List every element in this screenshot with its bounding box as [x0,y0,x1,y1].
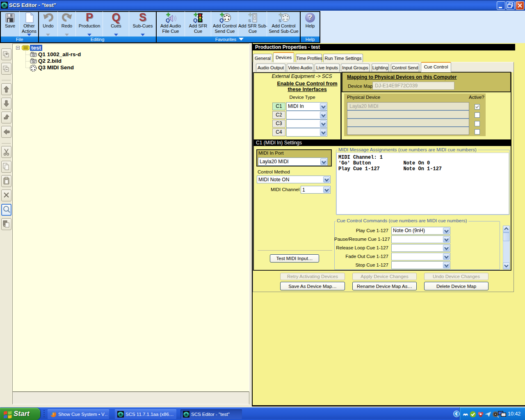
svg-text:s: s [278,17,281,23]
svg-text:Q: Q [193,17,197,23]
svg-text:s: s [248,17,251,23]
